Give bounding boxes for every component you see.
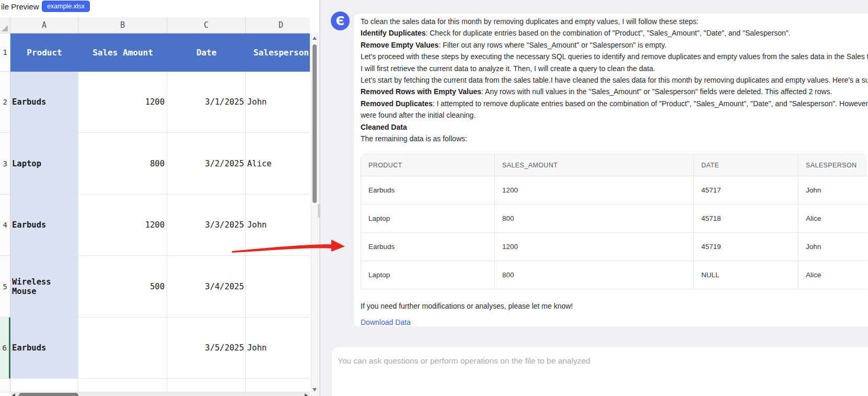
cell-b6[interactable] [78,318,167,379]
row-number-3[interactable]: 3 [0,133,10,195]
row-number-6[interactable]: 6 [0,318,10,379]
cell-c7[interactable] [167,379,246,392]
select-all-triangle-icon [2,25,8,31]
table-cell: 800 [495,205,694,233]
cell-d6[interactable]: John [246,318,310,379]
cell-c1[interactable]: Date [167,33,246,72]
cell-d4[interactable]: John [246,195,310,256]
message-line: Removed Duplicates: I attempted to remov… [361,98,868,109]
table-cell: NULL [694,261,798,289]
cell-a1[interactable]: Product [10,33,78,72]
cell-b2[interactable]: 1200 [78,72,167,133]
cell-a5[interactable]: Wireless Mouse [10,256,78,318]
sheet-horizontal-scrollbar[interactable] [10,392,310,396]
sheet-row-2: 2 Earbuds 1200 3/1/2025 John [0,72,310,133]
assistant-avatar: Є [331,12,350,30]
cell-c3[interactable]: 3/2/2025 [167,133,246,195]
column-header-a[interactable]: A [10,17,78,33]
cell-b7[interactable] [78,379,167,392]
sheet-vertical-scrollbar[interactable] [311,33,318,396]
table-cell: Alice [798,261,867,289]
table-row: Laptop 800 45718 Alice [361,205,867,233]
file-preview-topbar: ile Preview example.xlsx [0,0,320,17]
table-header-salesperson: SALESPERSON [798,154,867,176]
select-all-corner[interactable] [0,17,10,33]
vertical-scroll-thumb[interactable] [313,44,317,203]
spreadsheet-grid: A B C D 1 Product Sales Amount Date Sale… [0,17,310,396]
chat-input[interactable]: You can ask questions or perform operati… [331,346,868,396]
message-line: Let's proceed with these steps by execut… [361,51,868,62]
scroll-down-icon[interactable] [313,388,317,391]
table-header-row: PRODUCT SALES_AMOUNT DATE SALESPERSON [361,154,867,176]
row-number-2[interactable]: 2 [0,72,10,133]
cell-d3[interactable]: Alice [246,133,310,195]
cell-d1[interactable]: Salesperson [246,33,310,72]
scroll-up-icon[interactable] [313,37,317,40]
message-line: Cleaned Data [361,121,868,133]
cleaned-data-table: PRODUCT SALES_AMOUNT DATE SALESPERSON Ea… [361,154,867,289]
cell-a2[interactable]: Earbuds [10,72,78,133]
message-line: Remove Empty Values: Filter out any rows… [361,39,868,51]
table-cell: Earbuds [361,176,495,205]
scroll-left-icon[interactable] [12,393,15,396]
file-preview-panel: ile Preview example.xlsx A B C D 1 Produ… [0,0,320,396]
table-cell: Laptop [361,205,495,233]
cell-c6[interactable]: 3/5/2025 [167,318,246,379]
sheet-row-6: 6 Earbuds 3/5/2025 John [0,318,310,379]
table-row: Earbuds 1200 45717 John [361,176,867,205]
cell-b5[interactable]: 500 [78,256,167,318]
chat-input-placeholder: You can ask questions or perform operati… [338,356,868,366]
cell-a4[interactable]: Earbuds [10,195,78,256]
column-header-b[interactable]: B [78,17,167,33]
cell-a7[interactable] [10,379,78,392]
assistant-logo-icon: Є [336,14,345,28]
cell-c5[interactable]: 3/4/2025 [167,256,246,318]
cell-b1[interactable]: Sales Amount [78,33,167,72]
message-line: I will first retrieve the current data t… [361,63,868,74]
table-cell: Earbuds [361,233,495,261]
closing-message: If you need further modifications or ana… [361,302,868,310]
table-cell: 800 [495,261,694,289]
row-number-7[interactable] [0,379,10,392]
cell-c2[interactable]: 3/1/2025 [167,72,246,133]
message-line: Let's start by fetching the current data… [361,74,868,86]
column-header-d[interactable]: D [246,17,310,33]
cell-b4[interactable]: 1200 [78,195,167,256]
column-header-c[interactable]: C [167,17,246,33]
table-header-product: PRODUCT [361,154,495,176]
row-number-5[interactable]: 5 [0,256,10,318]
message-line: The remaining data is as follows: [361,133,868,144]
table-cell: 1200 [495,233,694,261]
sheet-row-5: 5 Wireless Mouse 500 3/4/2025 [0,256,310,318]
file-tab-example-xlsx[interactable]: example.xlsx [42,1,90,12]
row-number-4[interactable]: 4 [0,195,10,256]
cell-a6[interactable]: Earbuds [10,318,78,379]
table-cell: John [798,176,867,205]
app-window: ile Preview example.xlsx A B C D 1 Produ… [0,0,868,396]
cell-d7[interactable] [246,379,310,392]
table-cell: 45719 [694,233,798,261]
download-data-link[interactable]: Download Data [361,318,411,326]
message-line: Removed Rows with Empty Values: Any rows… [361,86,868,97]
sheet-row-1: 1 Product Sales Amount Date Salesperson [0,33,310,72]
horizontal-scroll-thumb[interactable] [19,393,78,396]
table-header-sales-amount: SALES_AMOUNT [495,154,694,176]
cell-b3[interactable]: 800 [78,133,167,195]
table-header-date: DATE [694,154,798,176]
cell-d5[interactable] [246,256,310,318]
table-row: Earbuds 1200 45719 John [361,233,867,261]
message-line: To clean the sales data for this month b… [361,16,868,27]
cell-d2[interactable]: John [246,72,310,133]
scroll-right-icon[interactable] [305,393,308,396]
table-cell: Laptop [361,261,495,289]
sheet-row-3: 3 Laptop 800 3/2/2025 Alice [0,133,310,195]
file-preview-title: ile Preview [1,2,39,11]
cell-a3[interactable]: Laptop [10,133,78,195]
column-header-strip: A B C D [0,17,310,33]
sheet-row-4: 4 Earbuds 1200 3/3/2025 John [0,195,310,256]
row-number-1[interactable]: 1 [0,33,10,72]
message-line: Identify Duplicates: Check for duplicate… [361,27,868,39]
cell-c4[interactable]: 3/3/2025 [167,195,246,256]
table-row: Laptop 800 NULL Alice [361,261,867,289]
table-cell: 1200 [495,176,694,205]
